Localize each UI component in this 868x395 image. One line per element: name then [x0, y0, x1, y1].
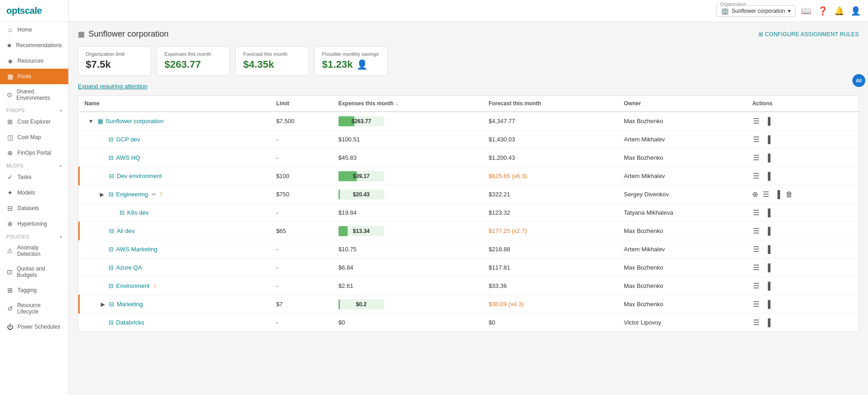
- sidebar: optscale ⌂Home★Recommendations◈Resources…: [0, 0, 69, 395]
- sidebar-item-tagging[interactable]: ⊞Tagging: [0, 282, 68, 298]
- docs-icon[interactable]: 📖: [801, 6, 811, 16]
- sidebar-item-tasks[interactable]: ✓Tasks: [0, 169, 68, 185]
- sidebar-item-anomaly-detection[interactable]: ⚠Anomaly Detection: [0, 240, 68, 261]
- col-owner: Owner: [618, 96, 747, 112]
- pool-name[interactable]: Databricks: [116, 319, 144, 326]
- pool-name[interactable]: Ali dev: [117, 227, 135, 234]
- pool-limit: -: [271, 240, 333, 259]
- help-icon[interactable]: ❓: [818, 6, 828, 16]
- pool-limit: -: [271, 259, 333, 277]
- sidebar-item-cost-explorer[interactable]: ⊞Cost Explorer: [0, 114, 68, 130]
- table-row: ▼ ▦ Sunflower corporation $7,500 $263.77…: [79, 112, 859, 130]
- home-icon: ⌂: [6, 26, 14, 33]
- list-view-button[interactable]: ☰: [752, 317, 760, 328]
- expand-btn[interactable]: ▶: [98, 191, 106, 198]
- sidebar-item-quotas-budgets[interactable]: ⊡Quotas and Budgets: [0, 261, 68, 282]
- list-view-button[interactable]: ☰: [762, 189, 770, 200]
- sidebar-item-recommendations[interactable]: ★Recommendations: [0, 38, 68, 53]
- forecast-value: $33.36: [489, 282, 507, 289]
- pool-expenses: $100.51: [333, 130, 483, 149]
- chart-button[interactable]: ▐: [764, 153, 771, 163]
- expand-btn[interactable]: ▼: [87, 118, 95, 124]
- sidebar-item-resource-lifecycle[interactable]: ↺Resource Lifecycle: [0, 298, 68, 319]
- pool-actions: ⊕☰▐🗑: [747, 185, 858, 204]
- resource-lifecycle-icon: ↺: [6, 305, 13, 312]
- sidebar-item-models[interactable]: ✦Models: [0, 185, 68, 200]
- sidebar-item-resources[interactable]: ◈Resources: [0, 53, 68, 69]
- logo-area: optscale: [0, 0, 68, 22]
- pool-name[interactable]: Azure QA: [116, 264, 142, 271]
- org-limit-card: Organization limit $7.5k: [78, 46, 151, 76]
- list-view-button[interactable]: ☰: [752, 244, 760, 254]
- col-actions: Actions: [747, 96, 858, 112]
- pool-name[interactable]: Environment: [116, 282, 150, 289]
- tasks-icon: ✓: [6, 173, 14, 181]
- list-view-button[interactable]: ☰: [752, 299, 760, 309]
- chart-button[interactable]: ▐: [764, 318, 771, 328]
- chart-button[interactable]: ▐: [764, 208, 771, 218]
- sidebar-item-pools[interactable]: ▦Pools: [0, 69, 68, 84]
- pool-name[interactable]: K8s dev: [127, 209, 149, 216]
- list-view-button[interactable]: ☰: [752, 152, 760, 163]
- sidebar-section-policies: POLICIES▾: [0, 232, 68, 240]
- page-icon: ▦: [78, 30, 85, 38]
- sidebar-item-power-schedules[interactable]: ⏻Power Schedules: [0, 319, 68, 335]
- add-pool-button[interactable]: ⊕: [752, 190, 758, 199]
- sidebar-item-finops-portal[interactable]: ⊕FinOps Portal: [0, 145, 68, 161]
- chart-button[interactable]: ▐: [764, 281, 771, 291]
- pool-limit: $750: [271, 185, 333, 204]
- table-row: ▶ ⊟ Engineering ⇔! $750 $20.43 $322.21Se…: [79, 185, 859, 204]
- bell-icon[interactable]: 🔔: [834, 6, 844, 16]
- expense-plain: $19.84: [338, 209, 357, 216]
- pool-name-cell: ⊟ Azure QA: [85, 264, 265, 271]
- pool-name[interactable]: Dev environment: [117, 173, 162, 179]
- chart-button[interactable]: ▐: [764, 244, 771, 254]
- sidebar-item-cost-map[interactable]: ◫Cost Map: [0, 130, 68, 145]
- pool-type-icon: ⊟: [109, 301, 114, 308]
- expand-requiring-attention-link[interactable]: Expand requiring attention: [78, 83, 147, 90]
- actions-cell: ☰▐: [752, 262, 853, 273]
- section-label: FINOPS: [6, 108, 25, 113]
- list-view-button[interactable]: ☰: [752, 171, 760, 181]
- user-icon[interactable]: 👤: [851, 6, 861, 16]
- configure-assignment-rules-link[interactable]: ⊞ Configure Assignment Rules: [759, 31, 859, 38]
- pool-name[interactable]: AWS Marketing: [116, 246, 158, 253]
- org-selector[interactable]: Organization 🏢 Sunflower corporation ▾: [716, 5, 796, 17]
- section-label: POLICIES: [6, 234, 29, 239]
- sidebar-item-home[interactable]: ⌂Home: [0, 22, 68, 38]
- sidebar-item-shared-environments[interactable]: ⊙Shared Environments: [0, 84, 68, 105]
- chart-button[interactable]: ▐: [774, 189, 781, 200]
- chart-button[interactable]: ▐: [764, 299, 771, 309]
- col-limit: Limit: [271, 96, 333, 112]
- pool-limit: -: [271, 277, 333, 295]
- list-view-button[interactable]: ☰: [752, 281, 760, 291]
- list-view-button[interactable]: ☰: [752, 207, 760, 218]
- pool-name[interactable]: Sunflower corporation: [106, 118, 164, 124]
- chart-button[interactable]: ▐: [764, 226, 771, 236]
- forecast-value: $117.81: [489, 264, 510, 271]
- chart-button[interactable]: ▐: [764, 116, 771, 126]
- pool-name-cell: ⊟ GCP dev: [85, 136, 265, 143]
- possible-savings-row: $1.23k 👤: [322, 59, 380, 70]
- sidebar-item-hypertuning[interactable]: ⊕Hypertuning: [0, 216, 68, 232]
- expand-btn[interactable]: ▶: [99, 301, 106, 308]
- pool-name[interactable]: Marketing: [117, 301, 143, 308]
- sidebar-label-anomaly-detection: Anomaly Detection: [17, 244, 62, 257]
- blue-chart-badge[interactable]: All: [852, 74, 865, 87]
- pool-name[interactable]: GCP dev: [116, 136, 141, 143]
- chart-button[interactable]: ▐: [764, 263, 771, 273]
- chart-button[interactable]: ▐: [764, 135, 771, 145]
- list-view-button[interactable]: ☰: [752, 116, 760, 126]
- pool-name[interactable]: AWS HQ: [116, 154, 140, 161]
- chart-button[interactable]: ▐: [764, 171, 771, 181]
- pool-name[interactable]: Engineering: [116, 191, 148, 198]
- pool-type-icon: ⊟: [109, 154, 114, 161]
- sidebar-item-datasets[interactable]: ⊟Datasets: [0, 200, 68, 216]
- list-view-button[interactable]: ☰: [752, 226, 760, 236]
- table-row: ⊟ Environment ! -$2.61$33.36Max Bozhenko…: [79, 277, 859, 295]
- pool-forecast: $117.81: [483, 259, 618, 277]
- sidebar-label-cost-explorer: Cost Explorer: [17, 119, 51, 125]
- list-view-button[interactable]: ☰: [752, 134, 760, 145]
- list-view-button[interactable]: ☰: [752, 262, 760, 273]
- delete-button[interactable]: 🗑: [785, 189, 794, 200]
